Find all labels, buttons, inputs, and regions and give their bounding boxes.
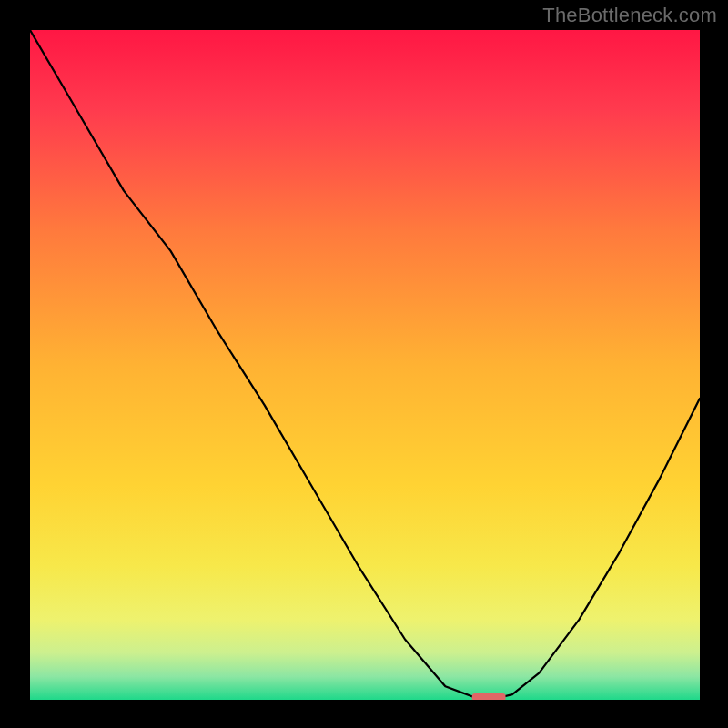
optimum-marker	[472, 693, 506, 700]
watermark-text: TheBottleneck.com	[542, 4, 717, 27]
chart-frame: TheBottleneck.com	[0, 0, 728, 728]
bottleneck-plot	[30, 30, 700, 700]
gradient-background	[30, 30, 700, 700]
